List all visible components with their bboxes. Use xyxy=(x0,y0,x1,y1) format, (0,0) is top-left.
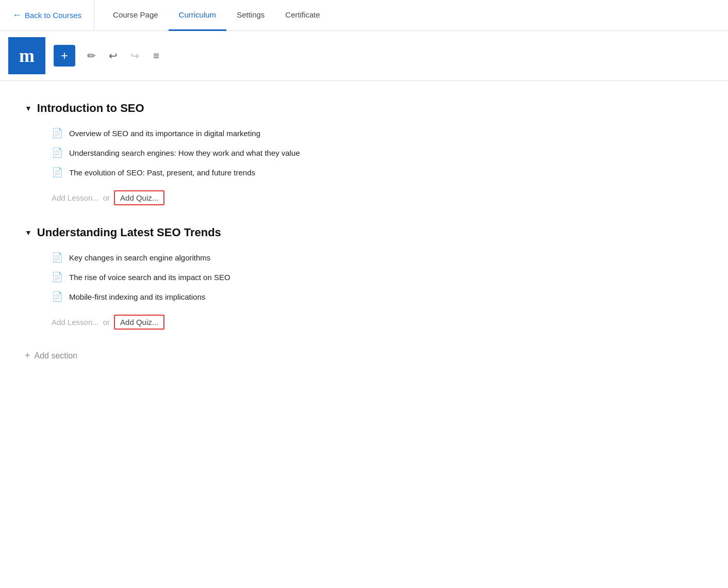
section-2-title: Understanding Latest SEO Trends xyxy=(37,226,221,239)
edit-button[interactable]: ✏ xyxy=(81,46,101,66)
lesson-item: 📄 Mobile-first indexing and its implicat… xyxy=(52,287,439,306)
tab-settings[interactable]: Settings xyxy=(226,1,275,31)
edit-icon: ✏ xyxy=(87,50,96,62)
back-to-courses-link[interactable]: ← Back to Courses xyxy=(0,0,94,30)
section-header-1: ▼ Introduction to SEO xyxy=(25,102,439,115)
section-1-title: Introduction to SEO xyxy=(37,102,144,115)
section-2-chevron-icon[interactable]: ▼ xyxy=(25,228,32,237)
lesson-item: 📄 The rise of voice search and its impac… xyxy=(52,267,439,287)
main-content: ▼ Introduction to SEO 📄 Overview of SEO … xyxy=(0,81,464,386)
lesson-doc-icon: 📄 xyxy=(52,291,63,302)
undo-icon: ↩ xyxy=(109,50,118,62)
add-quiz-button-1[interactable]: Add Quiz... xyxy=(114,190,164,205)
back-arrow-icon: ← xyxy=(12,10,22,21)
section-header-2: ▼ Understanding Latest SEO Trends xyxy=(25,226,439,239)
section-1-lessons: 📄 Overview of SEO and its importance in … xyxy=(25,123,439,182)
section-1-add-row: Add Lesson... or Add Quiz... xyxy=(25,186,439,209)
tab-course-page[interactable]: Course Page xyxy=(103,1,169,31)
add-button[interactable]: + xyxy=(54,45,75,67)
add-section-row[interactable]: + Add section xyxy=(25,342,439,369)
or-text-1: or xyxy=(103,193,110,202)
top-nav: ← Back to Courses Course Page Curriculum… xyxy=(0,0,728,31)
tab-curriculum[interactable]: Curriculum xyxy=(169,1,227,31)
menu-icon: ≡ xyxy=(153,50,159,62)
add-lesson-button-1[interactable]: Add Lesson... xyxy=(52,193,99,202)
lesson-doc-icon: 📄 xyxy=(52,167,63,178)
undo-button[interactable]: ↩ xyxy=(103,46,123,66)
logo-box: m xyxy=(8,37,45,74)
lesson-title: Overview of SEO and its importance in di… xyxy=(69,129,260,138)
or-text-2: or xyxy=(103,318,110,326)
lesson-title: The rise of voice search and its impact … xyxy=(69,273,230,282)
toolbar: m + ✏ ↩ ↪ ≡ xyxy=(0,31,728,81)
add-section-label: Add section xyxy=(35,351,78,361)
add-lesson-button-2[interactable]: Add Lesson... xyxy=(52,318,99,326)
tab-certificate[interactable]: Certificate xyxy=(275,1,330,31)
lesson-title: Key changes in search engine algorithms xyxy=(69,253,210,262)
nav-tabs: Course Page Curriculum Settings Certific… xyxy=(94,0,330,30)
section-2-lessons: 📄 Key changes in search engine algorithm… xyxy=(25,248,439,306)
lesson-doc-icon: 📄 xyxy=(52,271,63,283)
lesson-title: Understanding search engines: How they w… xyxy=(69,149,300,157)
lesson-item: 📄 Understanding search engines: How they… xyxy=(52,143,439,162)
section-2-add-row: Add Lesson... or Add Quiz... xyxy=(25,311,439,334)
logo-letter: m xyxy=(19,45,35,67)
lesson-item: 📄 Key changes in search engine algorithm… xyxy=(52,248,439,267)
menu-button[interactable]: ≡ xyxy=(146,46,166,66)
section-1-chevron-icon[interactable]: ▼ xyxy=(25,104,32,112)
add-quiz-button-2[interactable]: Add Quiz... xyxy=(114,315,164,330)
lesson-doc-icon: 📄 xyxy=(52,147,63,158)
redo-icon: ↪ xyxy=(130,50,139,62)
lesson-doc-icon: 📄 xyxy=(52,252,63,263)
lesson-item: 📄 The evolution of SEO: Past, present, a… xyxy=(52,162,439,182)
lesson-doc-icon: 📄 xyxy=(52,127,63,139)
add-section-plus-icon: + xyxy=(25,350,30,361)
lesson-item: 📄 Overview of SEO and its importance in … xyxy=(52,123,439,143)
back-to-courses-label: Back to Courses xyxy=(25,11,81,20)
lesson-title: The evolution of SEO: Past, present, and… xyxy=(69,168,255,177)
lesson-title: Mobile-first indexing and its implicatio… xyxy=(69,292,205,301)
redo-button[interactable]: ↪ xyxy=(125,46,144,66)
